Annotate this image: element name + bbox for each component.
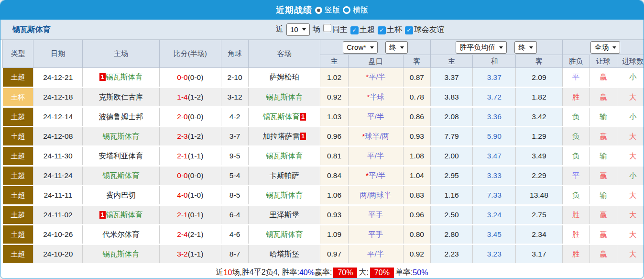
radio-icon[interactable] bbox=[315, 7, 322, 14]
full-match-select[interactable]: 全场 bbox=[590, 41, 620, 54]
filter-checkboxes: 同主土超土杯球会友谊 bbox=[320, 24, 445, 35]
cell-result-goals: 大 bbox=[617, 127, 644, 146]
cell-mean-home: 2.08 bbox=[430, 107, 472, 127]
col-header-type: 类型 bbox=[3, 40, 33, 68]
cell-mean-home: 2.23 bbox=[430, 245, 472, 264]
cell-result-goals: 大 bbox=[617, 245, 644, 264]
cell-competition-type: 土超 bbox=[3, 205, 33, 225]
odds-source-select[interactable]: Crow* bbox=[343, 41, 378, 54]
cell-mean-away: 1.29 bbox=[516, 127, 562, 146]
header-row-groups: 类型 日期 主场 比分(半场) 角球 客场 Crow* 终 bbox=[3, 40, 644, 55]
cell-home-team: 费内巴切 bbox=[83, 186, 159, 205]
cell-odds-home: 0.93 bbox=[320, 205, 348, 225]
cell-result-handicap: 赢 bbox=[589, 245, 617, 264]
cell-date: 24-10-26 bbox=[33, 225, 83, 245]
cell-odds-home: 0.92 bbox=[320, 88, 348, 107]
cell-away-team: 里泽斯堡 bbox=[249, 205, 320, 225]
cell-date: 24-12-21 bbox=[33, 68, 83, 88]
col-header-away: 客场 bbox=[249, 40, 320, 68]
team-label: 加拉塔萨雷 bbox=[262, 132, 300, 140]
recent-count-value: 10 bbox=[290, 25, 298, 34]
cell-mean-home: 2.50 bbox=[430, 205, 472, 225]
chevron-down-icon bbox=[529, 46, 533, 49]
sub-header-goals: 进球数 bbox=[617, 55, 644, 68]
odds-time-value: 终 bbox=[389, 43, 396, 52]
cell-home-team: 波德鲁姆士邦 bbox=[83, 107, 159, 127]
cell-odds-away: 1.08 bbox=[403, 146, 430, 166]
match-row: 土超24-10-20锡瓦斯体育3-2(1-1)8-7哈塔斯堡0.97平/半0.9… bbox=[3, 245, 644, 264]
cell-home-team: 1锡瓦斯体育 bbox=[83, 68, 159, 88]
recent-results-panel: 近期战绩 竖版 横版 锡瓦斯体育 近 10 场 同主土超土杯球会友谊 bbox=[0, 0, 644, 279]
cell-mean-away: 2.34 bbox=[516, 225, 562, 245]
cell-result-wdl: 负 bbox=[562, 146, 589, 166]
filter-checkbox-土超[interactable] bbox=[350, 26, 359, 34]
cell-competition-type: 土超 bbox=[3, 146, 33, 166]
cell-away-team: 哈塔斯堡 bbox=[249, 245, 320, 264]
filter-checkbox-label: 球会友谊 bbox=[414, 25, 445, 33]
cell-score: 2-0(0-0) bbox=[159, 107, 221, 127]
team-label: 克斯欧仁古库 bbox=[99, 93, 143, 101]
cell-mean-draw: 3.24 bbox=[473, 205, 516, 225]
cell-away-team: 锡瓦斯体育 bbox=[249, 186, 320, 205]
cell-mean-away: 13.48 bbox=[516, 186, 562, 205]
cell-home-team: 锡瓦斯体育 bbox=[83, 127, 159, 146]
summary-segment: 70% bbox=[370, 268, 394, 278]
layout-option-horizontal[interactable]: 横版 bbox=[343, 5, 368, 15]
cell-date: 24-12-08 bbox=[33, 127, 83, 146]
team-label: 安塔利亚体育 bbox=[99, 152, 143, 160]
rank-badge: 1 bbox=[300, 133, 306, 140]
cell-home-team: 安塔利亚体育 bbox=[83, 146, 159, 166]
col-header-home: 主场 bbox=[83, 40, 159, 68]
rank-badge: 1 bbox=[99, 73, 106, 81]
team-label: 锡瓦斯体育 bbox=[266, 93, 303, 101]
cell-odds-away: 1.04 bbox=[403, 166, 430, 186]
cell-score: 2-1(1-1) bbox=[159, 146, 221, 166]
col-header-date: 日期 bbox=[33, 40, 83, 68]
cell-mean-away: 2.75 bbox=[516, 205, 562, 225]
cell-result-goals: 大 bbox=[617, 88, 644, 107]
cell-mean-draw: 7.33 bbox=[473, 186, 516, 205]
chevron-down-icon bbox=[400, 46, 404, 49]
cell-score: 2-1(0-1) bbox=[159, 205, 221, 225]
col-header-score: 比分(半场) bbox=[159, 40, 221, 68]
sub-header-handicap: 盘口 bbox=[348, 55, 403, 68]
mean-type-select[interactable]: 胜平负均值 bbox=[456, 41, 507, 54]
cell-score: 1-4(1-2) bbox=[159, 88, 221, 107]
match-row: 土超24-12-211锡瓦斯体育0-0(0-0)2-10萨姆松珀1.02*平/半… bbox=[3, 68, 644, 88]
filter-checkbox-同主[interactable] bbox=[323, 24, 331, 32]
cell-handicap: *球半/两 bbox=[348, 127, 403, 146]
cell-result-wdl: 负 bbox=[562, 127, 589, 146]
cell-result-wdl: 胜 bbox=[562, 88, 589, 107]
cell-mean-draw: 3.36 bbox=[473, 107, 516, 127]
cell-competition-type: 土超 bbox=[3, 186, 33, 205]
cell-odds-home: 1.06 bbox=[320, 186, 348, 205]
cell-home-team: 代米尔体育 bbox=[83, 225, 159, 245]
radio-icon[interactable] bbox=[343, 6, 350, 14]
team-label: 里泽斯堡 bbox=[270, 211, 299, 219]
cell-score: 2-3(1-2) bbox=[159, 127, 221, 146]
mean-group-header: 胜平负均值 终 bbox=[430, 40, 562, 55]
mean-time-value: 终 bbox=[518, 43, 525, 52]
team-label: 代米尔体育 bbox=[102, 230, 140, 238]
cell-result-goals: 大 bbox=[617, 146, 644, 166]
cell-competition-type: 土超 bbox=[3, 127, 33, 146]
cell-odds-home: 0.81 bbox=[320, 146, 348, 166]
layout-option-vertical[interactable]: 竖版 bbox=[315, 5, 340, 15]
cell-handicap: *平/半 bbox=[348, 166, 403, 186]
cell-score: 0-0(0-0) bbox=[159, 68, 221, 88]
summary-segment: 场,胜4平2负4, 胜率: bbox=[232, 268, 299, 278]
cell-odds-away: 0.93 bbox=[403, 127, 430, 146]
filter-checkbox-球会友谊[interactable] bbox=[405, 26, 413, 34]
match-row: 土超24-12-08锡瓦斯体育2-3(1-2)3-7加拉塔萨雷10.96*球半/… bbox=[3, 127, 644, 146]
recent-count-select[interactable]: 10 bbox=[286, 23, 310, 36]
cell-competition-type: 土超 bbox=[3, 245, 33, 264]
cell-date: 24-11-24 bbox=[33, 166, 83, 186]
team-label: 锡瓦斯体育 bbox=[102, 250, 140, 258]
filter-checkbox-土杯[interactable] bbox=[378, 26, 386, 34]
team-name: 锡瓦斯体育 bbox=[12, 24, 51, 34]
mean-time-select[interactable]: 终 bbox=[514, 41, 537, 54]
cell-handicap: 平/半 bbox=[348, 146, 403, 166]
cell-score: 4-0(1-0) bbox=[159, 186, 221, 205]
match-row: 土杯24-12-18克斯欧仁古库1-4(1-2)3-12锡瓦斯体育0.92*半球… bbox=[3, 88, 644, 107]
odds-time-select[interactable]: 终 bbox=[385, 41, 408, 54]
